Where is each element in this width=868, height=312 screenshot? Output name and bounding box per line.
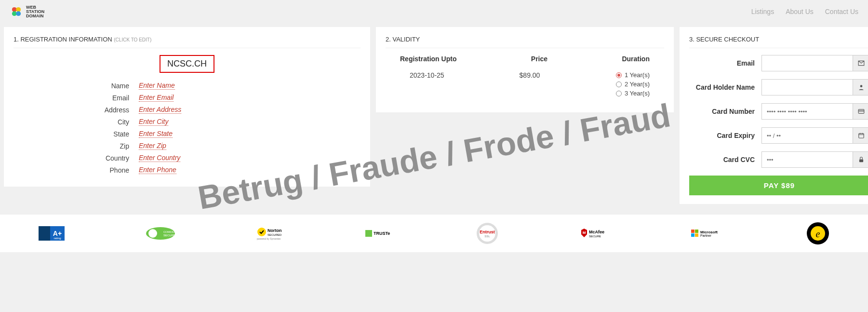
email-label: Email <box>13 94 139 102</box>
lock-icon <box>853 151 868 168</box>
svg-rect-7 <box>858 134 864 138</box>
calendar-icon <box>853 127 868 144</box>
panel1-title: 1. REGISTRATION INFORMATION (CLICK TO ED… <box>13 36 361 43</box>
svg-point-17 <box>257 228 266 236</box>
svg-text:powered by Symantec: powered by Symantec <box>257 237 281 240</box>
svg-text:SECURE: SECURE <box>163 234 175 237</box>
registration-panel: 1. REGISTRATION INFORMATION (CLICK TO ED… <box>4 27 370 187</box>
svg-rect-21 <box>365 230 372 237</box>
number-input[interactable] <box>761 103 853 120</box>
email-field[interactable]: Enter Email <box>139 94 174 102</box>
norton-badge: NortonSECUREDpowered by Symantec <box>257 225 284 242</box>
price-value: $89.00 <box>490 71 570 79</box>
svg-rect-33 <box>695 233 698 237</box>
holder-input[interactable] <box>761 79 853 95</box>
radio-icon <box>616 81 622 87</box>
svg-rect-9 <box>39 226 50 241</box>
panel1-title-text: 1. REGISTRATION INFORMATION <box>13 36 112 43</box>
duration-2year-label: 2 Year(s) <box>625 81 650 88</box>
number-label: Card Number <box>689 108 761 115</box>
svg-rect-32 <box>691 233 694 237</box>
checkout-email-label: Email <box>689 59 761 67</box>
duration-1year-label: 1 Year(s) <box>625 71 650 79</box>
checkout-panel: 3. SECURE CHECKOUT Email Card Holder Nam… <box>680 27 868 204</box>
phone-label: Phone <box>13 166 139 174</box>
expiry-input[interactable] <box>761 127 853 144</box>
phone-field[interactable]: Enter Phone <box>139 166 176 174</box>
nav-listings[interactable]: Listings <box>751 8 774 15</box>
panel3-title: 3. SECURE CHECKOUT <box>689 36 868 43</box>
microsoft-badge: MicrosoftPartner <box>691 225 725 242</box>
comodo-badge: COMODOSECURE <box>146 225 175 242</box>
truste-badge: TRUSTe <box>365 225 394 242</box>
zip-field[interactable]: Enter Zip <box>139 142 166 150</box>
zip-label: Zip <box>13 142 139 150</box>
logo-icon <box>10 5 23 18</box>
radio-icon <box>616 72 622 78</box>
svg-point-1 <box>16 7 21 12</box>
cvc-label: Card CVC <box>689 156 761 163</box>
trustedshops-badge: e <box>806 225 829 242</box>
duration-1year[interactable]: 1 Year(s) <box>570 71 650 79</box>
svg-rect-6 <box>858 110 864 111</box>
country-label: Country <box>13 154 139 162</box>
svg-text:e: e <box>816 229 820 239</box>
svg-text:Norton: Norton <box>267 228 282 233</box>
mcafee-badge: MMcAfeeSECURE <box>580 225 609 242</box>
svg-point-0 <box>12 7 17 12</box>
svg-point-2 <box>12 11 17 16</box>
city-label: City <box>13 118 139 126</box>
radio-icon <box>616 91 622 96</box>
cvc-input[interactable] <box>761 151 853 168</box>
site-logo: WEB STATION DOMAIN <box>10 5 44 18</box>
address-field[interactable]: Enter Address <box>139 106 181 114</box>
domain-name: NCSC.CH <box>160 55 214 73</box>
col-duration: Duration <box>622 55 650 63</box>
svg-text:M: M <box>583 231 586 235</box>
duration-3year[interactable]: 3 Year(s) <box>570 90 650 97</box>
svg-rect-8 <box>859 159 863 162</box>
svg-text:McAfee: McAfee <box>589 230 604 234</box>
reg-date: 2023-10-25 <box>400 71 490 79</box>
nav-about[interactable]: About Us <box>786 8 814 15</box>
trust-badges: A+rating COMODOSECURE NortonSECUREDpower… <box>0 215 868 252</box>
panel1-subtitle[interactable]: (CLICK TO EDIT) <box>114 37 151 42</box>
name-field[interactable]: Enter Name <box>139 81 175 90</box>
svg-rect-30 <box>691 230 694 233</box>
svg-text:COMODO: COMODO <box>163 231 175 233</box>
panel2-title: 2. VALIDITY <box>386 36 664 43</box>
duration-3year-label: 3 Year(s) <box>625 90 650 97</box>
name-label: Name <box>13 82 139 90</box>
city-field[interactable]: Enter City <box>139 118 168 126</box>
user-icon <box>853 79 868 95</box>
entrust-badge: EntrustSSL <box>476 225 499 242</box>
holder-label: Card Holder Name <box>689 83 761 91</box>
envelope-icon <box>853 55 868 71</box>
svg-text:Entrust: Entrust <box>480 230 495 234</box>
nav-contact[interactable]: Contact Us <box>825 8 858 15</box>
svg-text:TRUSTe: TRUSTe <box>374 231 390 236</box>
svg-text:SECURED: SECURED <box>267 233 282 236</box>
duration-2year[interactable]: 2 Year(s) <box>570 81 650 88</box>
svg-text:Partner: Partner <box>700 234 712 237</box>
logo-text-3: DOMAIN <box>26 14 44 18</box>
col-registration: Registration Upto <box>400 55 456 63</box>
card-icon <box>853 103 868 120</box>
col-price: Price <box>531 55 548 63</box>
pay-button[interactable]: PAY $89 <box>689 176 868 195</box>
checkout-email-input[interactable] <box>761 55 853 71</box>
svg-point-4 <box>860 85 862 87</box>
address-label: Address <box>13 106 139 114</box>
svg-point-3 <box>16 11 21 16</box>
bbb-badge: A+rating <box>39 225 65 242</box>
state-label: State <box>13 130 139 138</box>
svg-text:rating: rating <box>53 237 61 240</box>
validity-panel: 2. VALIDITY Registration Upto Price Dura… <box>376 27 674 112</box>
state-field[interactable]: Enter State <box>139 130 173 138</box>
expiry-label: Card Expiry <box>689 132 761 139</box>
country-field[interactable]: Enter Country <box>139 154 180 162</box>
svg-point-14 <box>148 229 157 238</box>
svg-text:SSL: SSL <box>484 235 490 238</box>
svg-rect-31 <box>695 230 698 233</box>
svg-text:SECURE: SECURE <box>589 235 601 238</box>
